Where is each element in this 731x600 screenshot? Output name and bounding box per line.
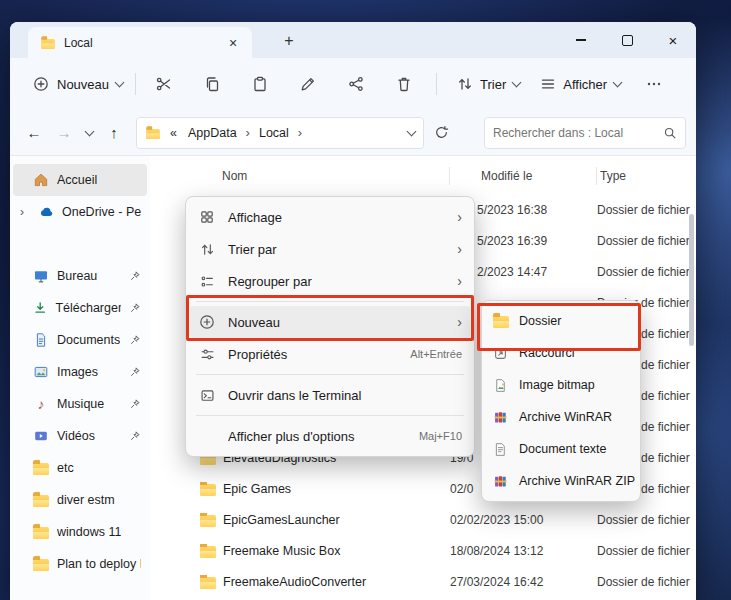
new-tab-button[interactable]: + <box>276 28 302 54</box>
sidebar-item-etc[interactable]: etc <box>13 452 147 484</box>
sidebar-item-plan-to-deploy[interactable]: Plan to deploy F <box>13 548 147 580</box>
breadcrumb-item-appdata[interactable]: AppData <box>186 125 239 141</box>
menu-item-label: Regrouper par <box>228 274 447 289</box>
search-box[interactable] <box>484 117 686 149</box>
menu-item-regrouper-par[interactable]: Regrouper par › <box>190 265 470 297</box>
minimize-button[interactable] <box>558 22 604 58</box>
home-icon <box>33 172 49 188</box>
expander-icon[interactable]: › <box>20 205 31 219</box>
column-header-type[interactable]: Type <box>597 167 696 185</box>
sidebar-item-videos[interactable]: Vidéos <box>13 420 147 452</box>
menu-item-affichage[interactable]: Affichage › <box>190 201 470 233</box>
menu-item-trier-par[interactable]: Trier par › <box>190 233 470 265</box>
chevron-down-icon <box>512 78 522 88</box>
refresh-icon <box>434 125 449 140</box>
sidebar-item-home[interactable]: Accueil <box>13 164 147 196</box>
submenu-item-archive-winrar[interactable]: Archive WinRAR <box>486 401 636 433</box>
column-header-name[interactable]: Nom <box>150 167 450 185</box>
sidebar-item-label: Musique <box>57 397 104 411</box>
menu-item-plus-options[interactable]: Afficher plus d'options Maj+F10 <box>190 420 470 452</box>
search-input[interactable] <box>485 126 663 140</box>
file-modified: 27/03/2024 16:42 <box>450 575 597 589</box>
back-button[interactable]: ← <box>20 119 48 147</box>
sidebar-item-music[interactable]: ♪ Musique <box>13 388 147 420</box>
file-type: Dossier de fichier <box>597 265 696 279</box>
paste-button[interactable] <box>242 67 278 101</box>
scrollbar-thumb[interactable] <box>689 214 694 346</box>
breadcrumb-overflow[interactable]: « <box>168 125 179 141</box>
sidebar-item-windows-11[interactable]: windows 11 <box>13 516 147 548</box>
file-name-cell: EpicGamesLauncher <box>150 513 450 527</box>
file-type: Dossier de fichier <box>597 544 696 558</box>
tab-close-icon[interactable]: × <box>222 32 244 54</box>
table-row[interactable]: Freemake Music Box 18/08/2024 13:12 Doss… <box>150 535 696 566</box>
sidebar-item-desktop[interactable]: Bureau <box>13 260 147 292</box>
winrar-books-icon <box>492 410 509 425</box>
folder-icon <box>33 527 49 539</box>
menu-item-label: Propriétés <box>228 347 402 362</box>
documents-icon <box>33 332 49 348</box>
submenu-arrow-icon: › <box>457 241 462 257</box>
view-button-label: Afficher <box>563 77 607 92</box>
sort-arrows-icon <box>457 76 473 92</box>
menu-item-ouvrir-terminal[interactable]: Ouvrir dans le Terminal <box>190 379 470 411</box>
copy-button[interactable] <box>194 67 230 101</box>
cut-button[interactable] <box>146 67 182 101</box>
menu-item-proprietes[interactable]: Propriétés Alt+Entrée <box>190 338 470 370</box>
close-button[interactable]: × <box>650 22 696 58</box>
sort-button[interactable]: Trier <box>447 69 530 99</box>
winrar-zip-books-icon <box>492 474 509 489</box>
column-headers: Nom Modifié le Type <box>150 162 696 190</box>
pin-icon <box>129 270 141 282</box>
sidebar-item-diver-estm[interactable]: diver estm <box>13 484 147 516</box>
sidebar-item-onedrive[interactable]: › OneDrive - Pers <box>13 196 147 228</box>
folder-icon <box>200 515 216 527</box>
submenu-item-image-bitmap[interactable]: Image bitmap <box>486 369 636 401</box>
refresh-button[interactable] <box>426 119 456 147</box>
more-options-button[interactable] <box>636 67 672 101</box>
pin-icon <box>129 430 141 442</box>
table-row[interactable]: FreemakeAudioConverter 27/03/2024 16:42 … <box>150 566 696 597</box>
menu-shortcut: Maj+F10 <box>419 430 462 442</box>
breadcrumb[interactable]: « AppData › Local › <box>136 117 424 149</box>
view-button[interactable]: Afficher <box>530 69 631 99</box>
submenu-item-document-texte[interactable]: Document texte <box>486 433 636 465</box>
recent-locations-button[interactable] <box>80 119 98 147</box>
properties-sliders-icon <box>198 347 216 362</box>
sidebar-item-label: Plan to deploy F <box>57 557 141 571</box>
address-dropdown-icon[interactable] <box>407 126 417 136</box>
sidebar-item-documents[interactable]: Documents <box>13 324 147 356</box>
breadcrumb-separator-icon[interactable]: › <box>246 125 250 140</box>
new-button-label: Nouveau <box>57 77 109 92</box>
new-button[interactable]: Nouveau <box>22 69 133 99</box>
forward-button[interactable]: → <box>50 119 78 147</box>
videos-icon <box>33 428 49 444</box>
menu-item-label: Afficher plus d'options <box>228 429 411 444</box>
folder-icon <box>41 38 55 48</box>
downloads-icon <box>33 300 47 316</box>
command-bar: Nouveau Trier Afficher <box>10 58 696 110</box>
table-row[interactable]: EpicGamesLauncher 02/02/2023 15:00 Dossi… <box>150 504 696 535</box>
up-button[interactable]: ↑ <box>100 119 128 147</box>
menu-separator <box>196 415 464 416</box>
delete-button[interactable] <box>386 67 422 101</box>
sidebar-item-label: Vidéos <box>57 429 95 443</box>
breadcrumb-item-local[interactable]: Local <box>257 125 291 141</box>
circle-plus-icon <box>32 76 50 92</box>
breadcrumb-separator-icon[interactable]: › <box>298 125 302 140</box>
folder-icon <box>200 577 216 589</box>
maximize-button[interactable] <box>604 22 650 58</box>
submenu-item-archive-winrar-zip[interactable]: Archive WinRAR ZIP <box>486 465 636 497</box>
share-button[interactable] <box>338 67 374 101</box>
rename-button[interactable] <box>290 67 326 101</box>
chevron-down-icon <box>84 126 94 136</box>
sidebar-item-downloads[interactable]: Téléchargem <box>13 292 147 324</box>
column-header-modified[interactable]: Modifié le <box>450 167 597 185</box>
vertical-scrollbar[interactable] <box>689 192 694 596</box>
sidebar-item-pictures[interactable]: Images <box>13 356 147 388</box>
file-name: FreemakeAudioConverter <box>223 575 366 589</box>
file-name-cell: Epic Games <box>150 482 450 496</box>
submenu-item-label: Image bitmap <box>519 378 595 392</box>
tab-local[interactable]: Local × <box>28 27 252 58</box>
pin-icon <box>129 366 141 378</box>
